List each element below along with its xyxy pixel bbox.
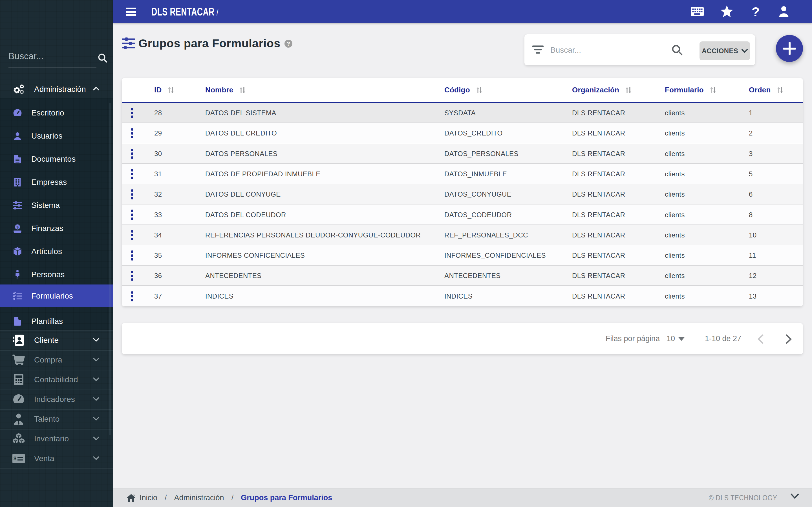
svg-text:$: $ [13,456,16,461]
svg-text:$: $ [16,225,18,229]
